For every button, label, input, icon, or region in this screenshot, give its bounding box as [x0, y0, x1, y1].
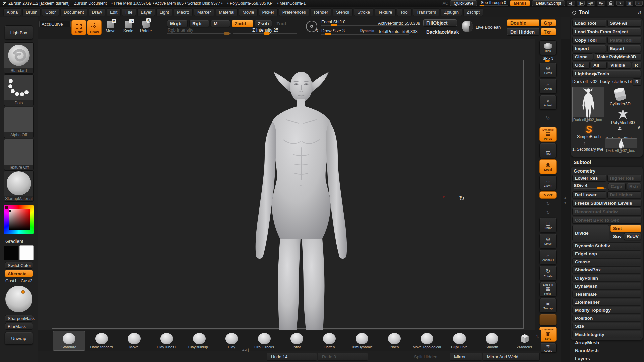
- darkelf-thumb-small[interactable]: Dark elf_v02_boc: [605, 138, 637, 153]
- actual-button[interactable]: ⌕Actual: [539, 95, 557, 110]
- freeze-subdivision-button[interactable]: Freeze SubDivision Levels: [572, 200, 641, 207]
- simplebrush-tool[interactable]: S SimpleBrush: [577, 124, 601, 139]
- suv-button[interactable]: Suv: [610, 233, 623, 240]
- menu-item-brush[interactable]: Brush: [22, 8, 41, 16]
- divider-up-icon[interactable]: ▲: [564, 196, 567, 199]
- menu-item-zplugin[interactable]: Zplugin: [441, 8, 462, 16]
- del-higher-button[interactable]: Del Higher: [607, 191, 642, 198]
- import-button[interactable]: Import: [572, 45, 606, 52]
- paste-tool-button[interactable]: Paste Tool: [607, 37, 642, 44]
- local-button[interactable]: ◉Local: [539, 159, 557, 174]
- frame-button[interactable]: ▢Frame: [539, 218, 557, 232]
- load-tools-from-project-button[interactable]: Load Tools From Project: [572, 28, 641, 35]
- lsym-button[interactable]: ↔L.Sym: [539, 175, 557, 190]
- menu-item-draw[interactable]: Draw: [89, 8, 105, 16]
- menu-item-alpha[interactable]: Alpha: [3, 8, 21, 16]
- zsub-button[interactable]: Zsub: [255, 20, 272, 27]
- live-boolean-label[interactable]: Live Boolean: [476, 25, 501, 30]
- section-shadowbox[interactable]: ShadowBox: [572, 266, 641, 274]
- light-placement-sphere[interactable]: [5, 286, 32, 312]
- polyf-button[interactable]: Line Fill▦PolyF: [539, 282, 557, 297]
- sdiv-handle[interactable]: [597, 187, 604, 189]
- panel-divider[interactable]: ▲ ▼: [561, 39, 570, 362]
- z-intensity-handle[interactable]: [264, 32, 270, 35]
- move-canvas-button[interactable]: ⊕Move: [539, 234, 557, 248]
- load-tool-button[interactable]: Load Tool: [572, 20, 606, 27]
- xyz-symmetry-button[interactable]: ↻XYZ: [539, 191, 557, 199]
- current-alpha-tile[interactable]: Alpha Off: [4, 107, 34, 138]
- document-canvas[interactable]: ↻: [38, 39, 535, 330]
- tray-brush-clay[interactable]: Clay: [215, 331, 248, 351]
- tray-brush-standard[interactable]: Standard: [53, 331, 85, 351]
- convert-bpr-button[interactable]: Convert BPR To Geo: [572, 217, 641, 224]
- alternate-button[interactable]: Alternate: [5, 270, 33, 277]
- tray-brush-claybuildup1[interactable]: ClayBuildup1: [183, 331, 215, 351]
- menu-item-preferences[interactable]: Preferences: [279, 8, 309, 16]
- tray-brush-claytubes1[interactable]: ClayTubes1: [150, 331, 183, 351]
- menu-item-marker[interactable]: Marker: [194, 8, 214, 16]
- tray-scroll-indicator[interactable]: ◀◀ ▍: [242, 349, 250, 352]
- lightbox-tools-button[interactable]: Lightbox▶Tools: [572, 70, 641, 77]
- redo-button[interactable]: Redo 0: [318, 353, 368, 361]
- scale-button[interactable]: S Scale: [123, 21, 133, 33]
- lower-res-button[interactable]: Lower Res: [572, 175, 606, 182]
- goz-visible-button[interactable]: Visible: [608, 62, 631, 69]
- cage-button[interactable]: Cage: [608, 183, 626, 190]
- quicksave-button[interactable]: QuickSave: [450, 0, 477, 6]
- tray-brush-smooth[interactable]: Smooth: [476, 331, 508, 351]
- mirror-button[interactable]: Mirror: [450, 353, 482, 361]
- spix-handle[interactable]: [545, 60, 550, 62]
- lock-icon[interactable]: [607, 1, 614, 6]
- tray-brush-pinch[interactable]: Pinch: [378, 331, 411, 351]
- draw-button[interactable]: Draw: [87, 20, 102, 35]
- zoom-button[interactable]: ⌕Zoom: [539, 79, 557, 94]
- dynamic-draw-size-toggle[interactable]: Dynamic: [360, 29, 374, 33]
- geometry-section-header[interactable]: Geometry: [572, 167, 641, 175]
- color-picker[interactable]: [4, 205, 34, 234]
- tray-brush-orb-cracks[interactable]: Orb_Cracks: [248, 331, 280, 351]
- make-polymesh3d-button[interactable]: Make PolyMesh3D: [594, 53, 641, 60]
- reconstruct-subdiv-button[interactable]: Reconstruct Subdiv: [572, 208, 641, 215]
- tray-brush-inflat[interactable]: Inflat: [280, 331, 313, 351]
- menu-item-edit[interactable]: Edit: [107, 8, 121, 16]
- copy-tool-button[interactable]: Copy Tool: [572, 37, 606, 44]
- tray-brush-damstandard[interactable]: DamStandard: [85, 331, 118, 351]
- section-zremesher[interactable]: ZRemesher: [572, 299, 641, 306]
- reuv-button[interactable]: ReUV: [624, 233, 641, 240]
- mrgb-button[interactable]: Mrgb: [167, 20, 188, 27]
- divide-button[interactable]: Divide: [572, 225, 609, 241]
- palette-reset-icon[interactable]: ↺: [637, 10, 641, 15]
- section-dynamesh[interactable]: DynaMesh: [572, 283, 641, 290]
- smt-button[interactable]: Smt: [610, 225, 641, 232]
- see-through-track[interactable]: [479, 5, 508, 6]
- solo-button[interactable]: Dynamic▣Solo: [539, 327, 557, 342]
- switch-color-button[interactable]: SwitchColor: [5, 262, 33, 269]
- see-through-slider[interactable]: See-through 0: [479, 0, 508, 6]
- light-position-dot[interactable]: [21, 290, 25, 294]
- focal-shift-handle[interactable]: [331, 24, 337, 26]
- spin-y-button[interactable]: ↻: [539, 200, 557, 207]
- menu-item-movie[interactable]: Movie: [239, 8, 258, 16]
- export-button[interactable]: Export: [607, 45, 642, 52]
- tray-brush-move[interactable]: Move: [118, 331, 150, 351]
- menu-item-material[interactable]: Material: [216, 8, 238, 16]
- section-edgeloop[interactable]: EdgeLoop: [572, 250, 641, 257]
- cust2-button[interactable]: Cust2: [21, 278, 32, 283]
- menu-item-stroke[interactable]: Stroke: [354, 8, 373, 16]
- current-stroke-tile[interactable]: Dots: [4, 74, 34, 106]
- rgb-intensity-handle[interactable]: [224, 32, 230, 35]
- tray-brush-move-topological[interactable]: Move Topological: [411, 331, 443, 351]
- section-dynamic-subdiv[interactable]: Dynamic Subdiv: [572, 242, 641, 249]
- secondary-color-swatch[interactable]: [19, 245, 34, 260]
- close-icon[interactable]: ×: [635, 1, 643, 6]
- menu-item-transform[interactable]: Transform: [413, 8, 439, 16]
- move-button[interactable]: M Move: [106, 21, 115, 33]
- rstr-button[interactable]: Rstr: [627, 183, 641, 190]
- blur-mask-button[interactable]: BlurMask: [5, 323, 33, 330]
- txr-button[interactable]: Txr: [541, 28, 556, 35]
- ghost-button[interactable]: [539, 314, 557, 325]
- tray-brush-flatten[interactable]: Flatten: [313, 331, 345, 351]
- m-button[interactable]: M: [211, 20, 230, 27]
- dock-left-icon[interactable]: ◀⊞: [587, 1, 595, 6]
- section-meshintegrity[interactable]: MeshIntegrity: [572, 331, 641, 338]
